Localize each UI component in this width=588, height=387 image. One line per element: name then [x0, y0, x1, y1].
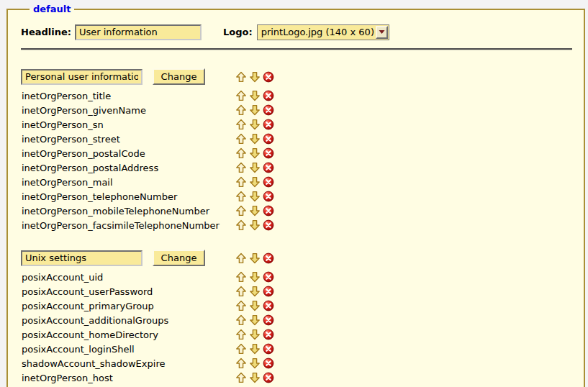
delete-icon[interactable]	[263, 358, 274, 369]
logo-select[interactable]: printLogo.jpg (140 x 60)	[257, 24, 389, 40]
section-title-input[interactable]	[21, 69, 143, 85]
field-label: inetOrgPerson_title	[21, 91, 111, 101]
move-up-icon[interactable]	[235, 314, 247, 326]
field-sections: Change inetOrgPerson_title	[21, 68, 572, 385]
field-label: inetOrgPerson_telephoneNumber	[21, 191, 177, 202]
delete-icon[interactable]	[263, 205, 274, 217]
move-up-icon[interactable]	[235, 252, 247, 264]
move-down-icon[interactable]	[249, 162, 261, 173]
field-label: inetOrgPerson_mail	[21, 177, 113, 188]
delete-icon[interactable]	[263, 104, 274, 116]
divider	[21, 48, 572, 50]
field-label: inetOrgPerson_facsimileTelephoneNumber	[21, 220, 220, 231]
delete-icon[interactable]	[263, 176, 274, 188]
field-label: inetOrgPerson_postalCode	[21, 148, 145, 159]
field-group: Change inetOrgPerson_title	[21, 68, 572, 232]
move-down-icon[interactable]	[249, 372, 261, 383]
field-row: inetOrgPerson_street	[21, 132, 572, 146]
move-down-icon[interactable]	[249, 176, 261, 188]
move-down-icon[interactable]	[249, 358, 261, 369]
field-row: posixAccount_userPassword	[21, 284, 572, 299]
move-up-icon[interactable]	[235, 90, 247, 101]
move-down-icon[interactable]	[249, 71, 261, 83]
move-down-icon[interactable]	[249, 271, 261, 283]
move-up-icon[interactable]	[235, 205, 247, 217]
move-up-icon[interactable]	[235, 286, 247, 297]
field-row: inetOrgPerson_mobileTelephoneNumber	[21, 204, 572, 218]
delete-icon[interactable]	[263, 147, 274, 159]
delete-icon[interactable]	[263, 343, 274, 355]
delete-icon[interactable]	[263, 329, 274, 340]
delete-icon[interactable]	[263, 271, 274, 283]
move-down-icon[interactable]	[249, 219, 261, 231]
delete-icon[interactable]	[263, 90, 274, 101]
field-label: posixAccount_homeDirectory	[21, 329, 158, 340]
section-header-row: Change	[21, 68, 572, 86]
field-label: posixAccount_primaryGroup	[21, 301, 154, 311]
headline-input[interactable]	[75, 24, 202, 40]
delete-icon[interactable]	[263, 219, 274, 231]
delete-icon[interactable]	[263, 191, 274, 202]
move-up-icon[interactable]	[235, 372, 247, 383]
move-down-icon[interactable]	[249, 90, 261, 101]
delete-icon[interactable]	[263, 162, 274, 173]
move-up-icon[interactable]	[235, 176, 247, 188]
move-up-icon[interactable]	[235, 104, 247, 116]
field-row: posixAccount_loginShell	[21, 342, 572, 356]
move-up-icon[interactable]	[235, 300, 247, 311]
move-up-icon[interactable]	[235, 71, 247, 83]
field-row: inetOrgPerson_postalCode	[21, 146, 572, 160]
field-label: posixAccount_userPassword	[21, 286, 153, 297]
move-down-icon[interactable]	[249, 314, 261, 326]
move-up-icon[interactable]	[235, 219, 247, 231]
move-up-icon[interactable]	[235, 343, 247, 355]
field-row: posixAccount_additionalGroups	[21, 313, 572, 327]
section-title-input[interactable]	[21, 250, 143, 266]
move-down-icon[interactable]	[249, 119, 261, 130]
field-label: inetOrgPerson_host	[21, 373, 113, 383]
change-button[interactable]: Change	[153, 250, 205, 266]
field-label: inetOrgPerson_givenName	[21, 105, 146, 116]
move-down-icon[interactable]	[249, 343, 261, 355]
delete-icon[interactable]	[263, 300, 274, 311]
change-button[interactable]: Change	[153, 68, 205, 85]
move-up-icon[interactable]	[235, 191, 247, 202]
delete-icon[interactable]	[263, 133, 274, 145]
field-row: shadowAccount_shadowExpire	[21, 356, 572, 370]
dropdown-arrow-icon[interactable]	[376, 26, 388, 39]
move-down-icon[interactable]	[249, 329, 261, 340]
move-down-icon[interactable]	[249, 147, 261, 159]
headline-logo-row: Headline: Logo: printLogo.jpg (140 x 60)	[21, 24, 572, 40]
delete-icon[interactable]	[263, 71, 274, 83]
headline-label: Headline:	[21, 27, 71, 37]
move-down-icon[interactable]	[249, 252, 261, 264]
delete-icon[interactable]	[263, 119, 274, 130]
move-up-icon[interactable]	[235, 162, 247, 173]
field-row: posixAccount_primaryGroup	[21, 299, 572, 313]
move-up-icon[interactable]	[235, 271, 247, 283]
move-up-icon[interactable]	[235, 133, 247, 145]
move-down-icon[interactable]	[249, 104, 261, 116]
move-down-icon[interactable]	[249, 205, 261, 217]
field-row: inetOrgPerson_host	[21, 370, 572, 385]
move-down-icon[interactable]	[249, 133, 261, 145]
delete-icon[interactable]	[263, 252, 274, 264]
move-up-icon[interactable]	[235, 329, 247, 340]
delete-icon[interactable]	[263, 286, 274, 297]
field-row: inetOrgPerson_facsimileTelephoneNumber	[21, 218, 572, 232]
field-row: posixAccount_homeDirectory	[21, 327, 572, 342]
move-down-icon[interactable]	[249, 286, 261, 297]
move-up-icon[interactable]	[235, 147, 247, 159]
move-down-icon[interactable]	[249, 300, 261, 311]
field-row: inetOrgPerson_mail	[21, 175, 572, 189]
move-up-icon[interactable]	[235, 119, 247, 130]
default-fieldset: default Headline: Logo: printLogo.jpg (1…	[6, 4, 585, 387]
move-up-icon[interactable]	[235, 358, 247, 369]
field-label: inetOrgPerson_postalAddress	[21, 163, 158, 173]
delete-icon[interactable]	[263, 314, 274, 326]
move-down-icon[interactable]	[249, 191, 261, 202]
logo-label: Logo:	[223, 27, 253, 37]
delete-icon[interactable]	[263, 372, 274, 383]
field-group: Change posixAccount_uid	[21, 249, 572, 385]
field-row: inetOrgPerson_postalAddress	[21, 160, 572, 175]
